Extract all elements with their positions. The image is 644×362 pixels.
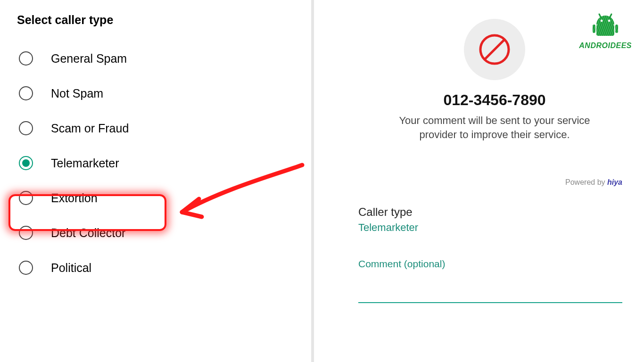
- radio-dot-icon: [22, 159, 30, 167]
- powered-brand: hiya: [607, 178, 622, 186]
- radio-icon: [19, 191, 33, 205]
- svg-line-7: [599, 14, 601, 18]
- radio-icon: [19, 121, 33, 135]
- watermark-logo: ANDROIDEES: [579, 12, 632, 50]
- radio-icon: [19, 261, 33, 275]
- svg-rect-4: [596, 25, 614, 36]
- svg-line-8: [610, 14, 611, 18]
- radio-option-general-spam[interactable]: General Spam: [17, 41, 302, 76]
- panel-divider: [311, 0, 314, 362]
- svg-rect-6: [615, 25, 618, 33]
- description-line-1: Your comment will be sent to your servic…: [399, 115, 590, 126]
- radio-icon: [19, 51, 33, 66]
- radio-option-political[interactable]: Political: [17, 250, 302, 285]
- report-caller-panel: 012-3456-7890 Your comment will be sent …: [330, 0, 644, 362]
- radio-option-scam-or-fraud[interactable]: Scam or Fraud: [17, 111, 302, 146]
- radio-option-debt-collector[interactable]: Debt Collector: [17, 215, 302, 250]
- svg-point-10: [608, 20, 611, 22]
- radio-icon: [19, 156, 33, 170]
- caller-type-radio-list: General SpamNot SpamScam or FraudTelemar…: [17, 41, 302, 285]
- comment-input[interactable]: [358, 284, 622, 303]
- block-icon: [478, 33, 511, 66]
- android-icon: [590, 12, 621, 39]
- svg-line-1: [485, 40, 504, 59]
- blocked-icon-circle: [464, 19, 525, 80]
- radio-option-telemarketer[interactable]: Telemarketer: [17, 146, 302, 181]
- description-line-2: provider to improve their service.: [419, 129, 570, 140]
- radio-label: General Spam: [51, 52, 127, 66]
- radio-label: Debt Collector: [51, 226, 125, 240]
- radio-icon: [19, 226, 33, 240]
- phone-number: 012-3456-7890: [358, 91, 631, 109]
- panel-title: Select caller type: [17, 13, 302, 27]
- watermark-text: ANDROIDEES: [579, 41, 632, 50]
- radio-label: Telemarketer: [51, 156, 119, 170]
- radio-icon: [19, 86, 33, 100]
- radio-label: Political: [51, 261, 91, 275]
- powered-by-label: Powered by hiya: [358, 178, 631, 187]
- radio-option-extortion[interactable]: Extortion: [17, 181, 302, 215]
- description-text: Your comment will be sent to your servic…: [358, 114, 631, 141]
- caller-type-selector-panel: Select caller type General SpamNot SpamS…: [0, 0, 302, 362]
- radio-label: Extortion: [51, 191, 98, 205]
- svg-point-9: [601, 20, 603, 22]
- caller-type-label: Caller type: [358, 206, 631, 219]
- radio-label: Scam or Fraud: [51, 122, 129, 135]
- radio-label: Not Spam: [51, 87, 103, 100]
- svg-rect-5: [593, 25, 595, 33]
- radio-option-not-spam[interactable]: Not Spam: [17, 76, 302, 111]
- powered-prefix: Powered by: [565, 178, 607, 186]
- caller-type-value[interactable]: Telemarketer: [358, 222, 631, 234]
- comment-label: Comment (optional): [358, 258, 631, 270]
